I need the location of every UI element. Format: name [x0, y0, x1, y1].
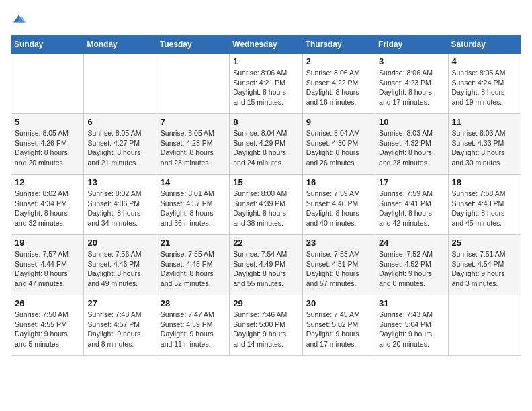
day-number: 14: [161, 177, 226, 187]
day-detail: Sunrise: 7:52 AM Sunset: 4:52 PM Dayligh…: [379, 249, 444, 289]
calendar-cell: 10Sunrise: 8:03 AM Sunset: 4:32 PM Dayli…: [375, 114, 448, 175]
day-number: 20: [87, 238, 152, 248]
calendar-cell: 27Sunrise: 7:48 AM Sunset: 4:57 PM Dayli…: [84, 295, 157, 356]
calendar-cell: 6Sunrise: 8:05 AM Sunset: 4:27 PM Daylig…: [84, 114, 157, 175]
day-detail: Sunrise: 7:53 AM Sunset: 4:51 PM Dayligh…: [306, 249, 371, 289]
day-detail: Sunrise: 7:45 AM Sunset: 5:02 PM Dayligh…: [306, 310, 371, 349]
day-detail: Sunrise: 7:55 AM Sunset: 4:48 PM Dayligh…: [161, 249, 226, 289]
calendar-body: 1Sunrise: 8:06 AM Sunset: 4:21 PM Daylig…: [11, 54, 521, 356]
day-number: 29: [233, 298, 298, 308]
calendar-cell: 4Sunrise: 8:05 AM Sunset: 4:24 PM Daylig…: [448, 54, 521, 114]
calendar-week-row: 1Sunrise: 8:06 AM Sunset: 4:21 PM Daylig…: [11, 54, 521, 114]
calendar-cell: 5Sunrise: 8:05 AM Sunset: 4:26 PM Daylig…: [11, 114, 84, 175]
day-number: 4: [452, 56, 517, 66]
calendar-cell: 24Sunrise: 7:52 AM Sunset: 4:52 PM Dayli…: [375, 235, 448, 295]
day-number: 28: [161, 298, 226, 308]
day-number: 7: [161, 117, 226, 127]
weekday-header: Tuesday: [157, 36, 229, 54]
calendar-cell: 31Sunrise: 7:43 AM Sunset: 5:04 PM Dayli…: [375, 295, 448, 356]
calendar-cell: [84, 54, 157, 114]
day-number: 23: [306, 238, 371, 248]
weekday-row: SundayMondayTuesdayWednesdayThursdayFrid…: [11, 36, 521, 54]
calendar-cell: 22Sunrise: 7:54 AM Sunset: 4:49 PM Dayli…: [230, 235, 302, 295]
day-number: 10: [379, 117, 444, 127]
calendar-cell: 29Sunrise: 7:46 AM Sunset: 5:00 PM Dayli…: [230, 295, 302, 356]
day-detail: Sunrise: 8:06 AM Sunset: 4:22 PM Dayligh…: [306, 68, 371, 107]
day-detail: Sunrise: 8:02 AM Sunset: 4:34 PM Dayligh…: [15, 189, 80, 228]
day-number: 31: [379, 298, 444, 308]
calendar-cell: [448, 295, 521, 356]
day-number: 15: [233, 177, 298, 187]
day-detail: Sunrise: 8:03 AM Sunset: 4:33 PM Dayligh…: [452, 128, 517, 168]
calendar-cell: 17Sunrise: 7:59 AM Sunset: 4:41 PM Dayli…: [375, 175, 448, 235]
calendar-cell: 28Sunrise: 7:47 AM Sunset: 4:59 PM Dayli…: [157, 295, 229, 356]
calendar-cell: 26Sunrise: 7:50 AM Sunset: 4:55 PM Dayli…: [11, 295, 84, 356]
day-number: 21: [161, 238, 226, 248]
day-detail: Sunrise: 7:58 AM Sunset: 4:43 PM Dayligh…: [452, 189, 517, 228]
day-detail: Sunrise: 8:04 AM Sunset: 4:29 PM Dayligh…: [233, 128, 298, 168]
day-detail: Sunrise: 7:43 AM Sunset: 5:04 PM Dayligh…: [379, 310, 444, 349]
calendar-cell: 19Sunrise: 7:57 AM Sunset: 4:44 PM Dayli…: [11, 235, 84, 295]
logo: [11, 11, 30, 27]
day-detail: Sunrise: 7:47 AM Sunset: 4:59 PM Dayligh…: [161, 310, 226, 349]
day-detail: Sunrise: 8:05 AM Sunset: 4:27 PM Dayligh…: [87, 128, 152, 168]
day-detail: Sunrise: 7:50 AM Sunset: 4:55 PM Dayligh…: [15, 310, 80, 349]
weekday-header: Thursday: [302, 36, 375, 54]
calendar-week-row: 19Sunrise: 7:57 AM Sunset: 4:44 PM Dayli…: [11, 235, 521, 295]
weekday-header: Monday: [84, 36, 157, 54]
calendar: SundayMondayTuesdayWednesdayThursdayFrid…: [11, 35, 521, 356]
page-header: [11, 11, 521, 27]
calendar-cell: [157, 54, 229, 114]
calendar-cell: 12Sunrise: 8:02 AM Sunset: 4:34 PM Dayli…: [11, 175, 84, 235]
day-detail: Sunrise: 8:06 AM Sunset: 4:21 PM Dayligh…: [233, 68, 298, 107]
day-number: 5: [15, 117, 80, 127]
calendar-cell: 11Sunrise: 8:03 AM Sunset: 4:33 PM Dayli…: [448, 114, 521, 175]
calendar-cell: 14Sunrise: 8:01 AM Sunset: 4:37 PM Dayli…: [157, 175, 229, 235]
calendar-header: SundayMondayTuesdayWednesdayThursdayFrid…: [11, 36, 521, 54]
weekday-header: Saturday: [448, 36, 521, 54]
day-detail: Sunrise: 8:05 AM Sunset: 4:26 PM Dayligh…: [15, 128, 80, 168]
calendar-cell: 20Sunrise: 7:56 AM Sunset: 4:46 PM Dayli…: [84, 235, 157, 295]
calendar-cell: 15Sunrise: 8:00 AM Sunset: 4:39 PM Dayli…: [230, 175, 302, 235]
day-number: 13: [87, 177, 152, 187]
calendar-cell: 30Sunrise: 7:45 AM Sunset: 5:02 PM Dayli…: [302, 295, 375, 356]
day-number: 27: [87, 298, 152, 308]
weekday-header: Friday: [375, 36, 448, 54]
weekday-header: Wednesday: [230, 36, 302, 54]
calendar-week-row: 5Sunrise: 8:05 AM Sunset: 4:26 PM Daylig…: [11, 114, 521, 175]
calendar-cell: 13Sunrise: 8:02 AM Sunset: 4:36 PM Dayli…: [84, 175, 157, 235]
day-number: 11: [452, 117, 517, 127]
calendar-cell: [11, 54, 84, 114]
day-detail: Sunrise: 7:59 AM Sunset: 4:40 PM Dayligh…: [306, 189, 371, 228]
calendar-cell: 9Sunrise: 8:04 AM Sunset: 4:30 PM Daylig…: [302, 114, 375, 175]
day-detail: Sunrise: 7:48 AM Sunset: 4:57 PM Dayligh…: [87, 310, 152, 349]
day-number: 6: [87, 117, 152, 127]
day-number: 8: [233, 117, 298, 127]
calendar-week-row: 12Sunrise: 8:02 AM Sunset: 4:34 PM Dayli…: [11, 175, 521, 235]
calendar-cell: 3Sunrise: 8:06 AM Sunset: 4:23 PM Daylig…: [375, 54, 448, 114]
calendar-cell: 18Sunrise: 7:58 AM Sunset: 4:43 PM Dayli…: [448, 175, 521, 235]
day-number: 3: [379, 56, 444, 66]
day-number: 19: [15, 238, 80, 248]
calendar-cell: 7Sunrise: 8:05 AM Sunset: 4:28 PM Daylig…: [157, 114, 229, 175]
weekday-header: Sunday: [11, 36, 84, 54]
day-number: 16: [306, 177, 371, 187]
day-number: 30: [306, 298, 371, 308]
day-detail: Sunrise: 7:57 AM Sunset: 4:44 PM Dayligh…: [15, 249, 80, 289]
day-detail: Sunrise: 7:46 AM Sunset: 5:00 PM Dayligh…: [233, 310, 298, 349]
day-number: 12: [15, 177, 80, 187]
day-detail: Sunrise: 7:51 AM Sunset: 4:54 PM Dayligh…: [452, 249, 517, 289]
calendar-cell: 1Sunrise: 8:06 AM Sunset: 4:21 PM Daylig…: [230, 54, 302, 114]
calendar-cell: 21Sunrise: 7:55 AM Sunset: 4:48 PM Dayli…: [157, 235, 229, 295]
calendar-cell: 25Sunrise: 7:51 AM Sunset: 4:54 PM Dayli…: [448, 235, 521, 295]
calendar-cell: 2Sunrise: 8:06 AM Sunset: 4:22 PM Daylig…: [302, 54, 375, 114]
day-detail: Sunrise: 8:00 AM Sunset: 4:39 PM Dayligh…: [233, 189, 298, 228]
day-detail: Sunrise: 8:05 AM Sunset: 4:28 PM Dayligh…: [161, 128, 226, 168]
calendar-cell: 8Sunrise: 8:04 AM Sunset: 4:29 PM Daylig…: [230, 114, 302, 175]
day-number: 18: [452, 177, 517, 187]
day-number: 24: [379, 238, 444, 248]
day-detail: Sunrise: 8:05 AM Sunset: 4:24 PM Dayligh…: [452, 68, 517, 107]
day-number: 25: [452, 238, 517, 248]
calendar-cell: 23Sunrise: 7:53 AM Sunset: 4:51 PM Dayli…: [302, 235, 375, 295]
day-number: 1: [233, 56, 298, 66]
